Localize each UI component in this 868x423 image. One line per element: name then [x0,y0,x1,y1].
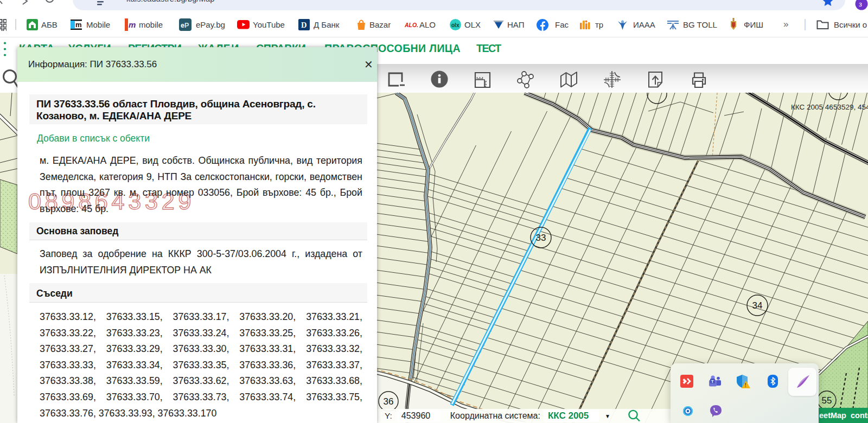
svg-text:m: m [75,21,82,29]
svg-text:з: з [859,0,862,8]
svg-text:36: 36 [384,396,394,407]
svg-text:ККС 2005 4653529, 454: ККС 2005 4653529, 454 [791,103,868,111]
svg-text:34: 34 [752,300,763,311]
svg-text:55: 55 [822,395,832,406]
svg-text:e: e [181,22,184,29]
svg-text:33: 33 [536,233,546,243]
svg-text:T: T [711,379,714,384]
svg-text:P: P [184,22,189,29]
svg-text:olx: olx [451,22,459,28]
svg-text:!: ! [745,382,746,388]
svg-text:m: m [129,20,136,29]
svg-text:ALO.: ALO. [405,22,418,28]
svg-text:D: D [301,21,307,29]
